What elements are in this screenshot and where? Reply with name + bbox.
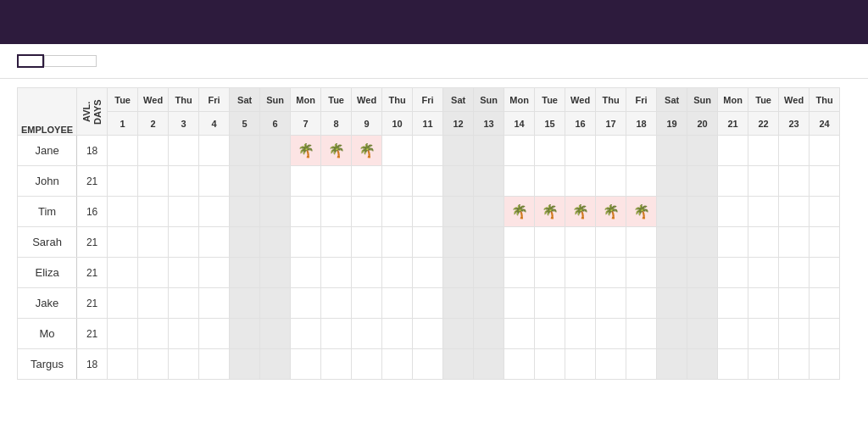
calendar-cell[interactable] xyxy=(413,166,443,197)
calendar-cell[interactable] xyxy=(382,136,413,166)
calendar-cell[interactable] xyxy=(687,227,718,258)
calendar-cell[interactable] xyxy=(169,349,199,380)
calendar-cell[interactable] xyxy=(810,136,840,166)
calendar-cell[interactable] xyxy=(779,227,810,258)
calendar-cell[interactable] xyxy=(718,349,748,380)
calendar-cell[interactable] xyxy=(687,349,718,380)
calendar-cell[interactable] xyxy=(779,349,810,380)
calendar-cell[interactable]: 🌴 xyxy=(626,197,657,227)
calendar-cell[interactable] xyxy=(108,349,138,380)
calendar-cell[interactable] xyxy=(657,349,687,380)
calendar-cell[interactable] xyxy=(352,166,382,197)
calendar-cell[interactable] xyxy=(199,136,230,166)
calendar-cell[interactable] xyxy=(443,166,474,197)
calendar-cell[interactable] xyxy=(626,227,657,258)
calendar-cell[interactable]: 🌴 xyxy=(321,136,352,166)
calendar-cell[interactable] xyxy=(138,166,169,197)
calendar-cell[interactable] xyxy=(413,227,443,258)
calendar-cell[interactable]: 🌴 xyxy=(291,136,321,166)
calendar-cell[interactable] xyxy=(474,258,504,288)
calendar-cell[interactable] xyxy=(108,258,138,288)
calendar-cell[interactable] xyxy=(810,319,840,349)
calendar-cell[interactable] xyxy=(230,349,260,380)
calendar-cell[interactable] xyxy=(810,258,840,288)
calendar-cell[interactable] xyxy=(291,197,321,227)
calendar-cell[interactable] xyxy=(230,136,260,166)
calendar-cell[interactable] xyxy=(108,197,138,227)
calendar-cell[interactable] xyxy=(108,136,138,166)
calendar-cell[interactable] xyxy=(413,288,443,319)
calendar-cell[interactable] xyxy=(382,227,413,258)
calendar-cell[interactable] xyxy=(596,288,626,319)
calendar-cell[interactable] xyxy=(565,288,596,319)
calendar-cell[interactable]: 🌴 xyxy=(535,197,565,227)
calendar-cell[interactable] xyxy=(169,258,199,288)
calendar-cell[interactable] xyxy=(230,288,260,319)
calendar-cell[interactable] xyxy=(260,258,291,288)
calendar-cell[interactable] xyxy=(504,349,535,380)
calendar-cell[interactable] xyxy=(748,288,779,319)
calendar-cell[interactable] xyxy=(535,319,565,349)
calendar-cell[interactable] xyxy=(230,166,260,197)
calendar-cell[interactable] xyxy=(443,136,474,166)
calendar-cell[interactable] xyxy=(504,166,535,197)
calendar-cell[interactable] xyxy=(810,288,840,319)
calendar-cell[interactable] xyxy=(169,136,199,166)
calendar-cell[interactable]: 🌴 xyxy=(352,136,382,166)
calendar-cell[interactable] xyxy=(230,319,260,349)
calendar-cell[interactable] xyxy=(413,258,443,288)
calendar-cell[interactable] xyxy=(291,258,321,288)
calendar-cell[interactable] xyxy=(657,136,687,166)
calendar-cell[interactable] xyxy=(535,227,565,258)
calendar-cell[interactable] xyxy=(138,349,169,380)
calendar-cell[interactable] xyxy=(504,227,535,258)
calendar-cell[interactable] xyxy=(474,197,504,227)
calendar-cell[interactable] xyxy=(748,166,779,197)
calendar-cell[interactable] xyxy=(504,319,535,349)
calendar-cell[interactable] xyxy=(657,197,687,227)
calendar-cell[interactable] xyxy=(352,197,382,227)
calendar-cell[interactable] xyxy=(687,136,718,166)
calendar-cell[interactable] xyxy=(138,288,169,319)
calendar-cell[interactable] xyxy=(504,288,535,319)
calendar-cell[interactable] xyxy=(321,197,352,227)
calendar-cell[interactable] xyxy=(413,319,443,349)
calendar-cell[interactable] xyxy=(169,197,199,227)
calendar-cell[interactable] xyxy=(138,227,169,258)
calendar-cell[interactable] xyxy=(443,319,474,349)
calendar-cell[interactable] xyxy=(352,319,382,349)
calendar-cell[interactable] xyxy=(718,136,748,166)
calendar-cell[interactable] xyxy=(352,227,382,258)
calendar-cell[interactable] xyxy=(382,319,413,349)
calendar-cell[interactable] xyxy=(169,288,199,319)
calendar-cell[interactable] xyxy=(565,166,596,197)
calendar-cell[interactable] xyxy=(138,136,169,166)
calendar-cell[interactable] xyxy=(535,258,565,288)
calendar-cell[interactable] xyxy=(169,319,199,349)
calendar-cell[interactable] xyxy=(382,166,413,197)
calendar-cell[interactable] xyxy=(321,227,352,258)
calendar-cell[interactable] xyxy=(260,166,291,197)
calendar-cell[interactable] xyxy=(474,349,504,380)
calendar-cell[interactable] xyxy=(748,197,779,227)
calendar-cell[interactable] xyxy=(474,319,504,349)
calendar-cell[interactable] xyxy=(199,319,230,349)
calendar-cell[interactable] xyxy=(810,166,840,197)
calendar-cell[interactable] xyxy=(626,136,657,166)
calendar-cell[interactable] xyxy=(810,227,840,258)
calendar-cell[interactable] xyxy=(779,136,810,166)
calendar-cell[interactable] xyxy=(565,349,596,380)
calendar-cell[interactable] xyxy=(810,197,840,227)
calendar-cell[interactable] xyxy=(291,227,321,258)
calendar-cell[interactable] xyxy=(291,288,321,319)
calendar-cell[interactable] xyxy=(504,258,535,288)
calendar-cell[interactable] xyxy=(382,288,413,319)
calendar-cell[interactable] xyxy=(718,166,748,197)
calendar-cell[interactable] xyxy=(321,319,352,349)
calendar-cell[interactable] xyxy=(413,349,443,380)
calendar-cell[interactable] xyxy=(596,258,626,288)
calendar-cell[interactable] xyxy=(230,227,260,258)
calendar-cell[interactable] xyxy=(718,258,748,288)
calendar-cell[interactable] xyxy=(687,288,718,319)
calendar-cell[interactable] xyxy=(321,258,352,288)
